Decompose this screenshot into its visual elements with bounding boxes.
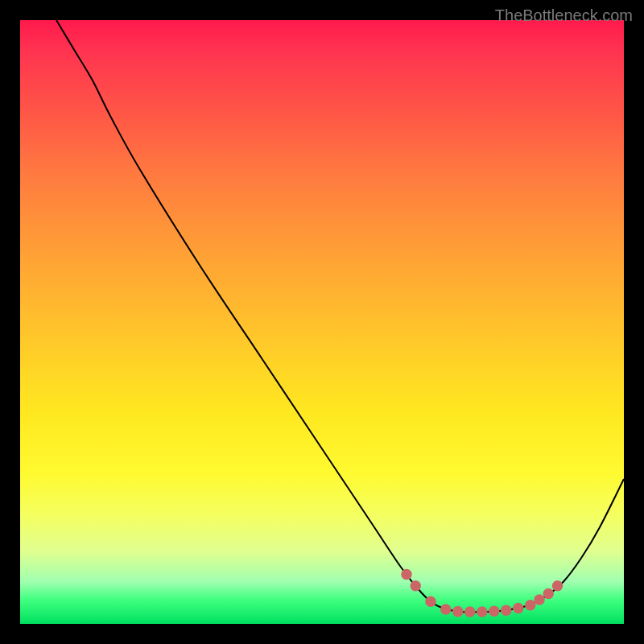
highlight-dot bbox=[452, 606, 464, 617]
optimal-range-dots bbox=[20, 20, 624, 624]
watermark-text: TheBottleneck.com bbox=[495, 6, 633, 25]
highlight-dot bbox=[401, 569, 412, 580]
highlight-dot bbox=[440, 604, 452, 615]
highlight-dot bbox=[464, 606, 476, 617]
highlight-dot bbox=[552, 580, 564, 592]
highlight-dot bbox=[411, 580, 422, 592]
highlight-dot bbox=[525, 600, 536, 611]
chart-plot-area bbox=[20, 20, 624, 624]
highlight-dot bbox=[489, 606, 500, 617]
highlight-dot bbox=[543, 588, 555, 600]
highlight-dot bbox=[513, 603, 524, 614]
highlight-dot bbox=[501, 605, 512, 616]
highlight-dot bbox=[534, 594, 545, 605]
highlight-dot bbox=[425, 597, 436, 608]
highlight-dot bbox=[477, 606, 488, 617]
